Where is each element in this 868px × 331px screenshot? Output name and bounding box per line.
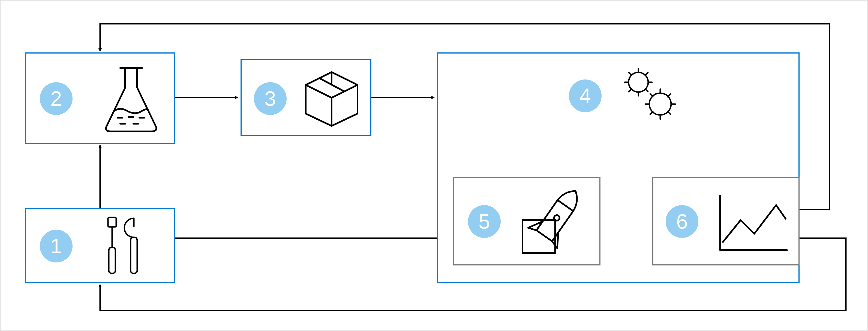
svg-line-22 [645,73,648,75]
node-2-box: 2 [25,52,175,144]
svg-line-28 [650,94,653,97]
svg-marker-35 [528,217,543,232]
node-3-box: 3 [241,59,371,136]
svg-marker-36 [551,232,565,248]
svg-rect-0 [108,217,116,227]
package-icon [303,70,360,127]
node-1-badge: 1 [40,230,72,263]
svg-line-20 [645,89,648,92]
rocket-icon [517,187,588,258]
node-4-badge: 4 [569,80,601,112]
svg-line-29 [668,111,670,114]
svg-line-33 [558,200,573,211]
flask-icon [101,66,161,134]
svg-rect-3 [131,237,137,273]
tools-icon [93,216,150,277]
svg-line-30 [650,111,653,114]
node-1-box: 1 [25,208,175,283]
gears-icon [618,64,681,122]
node-3-badge: 3 [254,82,287,115]
node-6-badge: 6 [665,205,699,238]
chart-icon [717,193,788,253]
svg-line-31 [668,94,670,97]
node-5-box: 5 [453,177,600,266]
node-5-badge: 5 [468,205,501,238]
svg-rect-2 [109,247,115,273]
node-2-badge: 2 [40,82,72,115]
node-6-box: 6 [652,177,800,266]
diagram-canvas: 1 2 [0,0,868,331]
svg-line-21 [629,89,631,92]
svg-rect-32 [523,220,555,253]
svg-line-19 [629,73,631,75]
